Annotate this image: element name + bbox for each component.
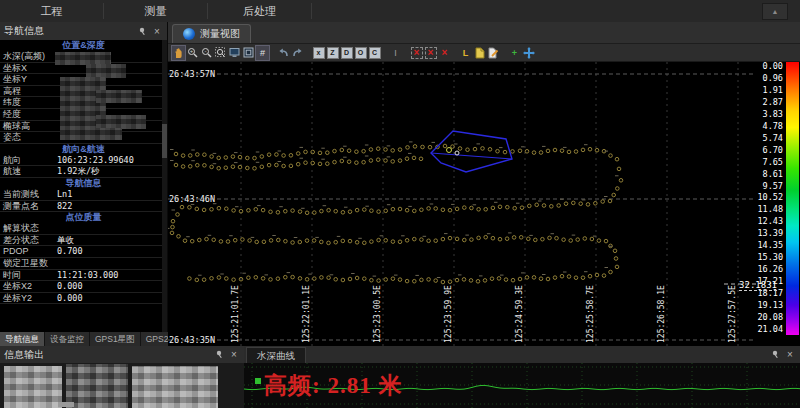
line-l-button-icon[interactable]: L <box>459 46 472 60</box>
marker-c-button-icon[interactable]: C <box>368 46 381 60</box>
sidebar-row: 当前测线Ln1 <box>0 189 167 201</box>
survey-point <box>377 279 381 283</box>
survey-point <box>398 148 402 152</box>
pin-icon[interactable] <box>769 349 781 361</box>
survey-point <box>202 278 206 282</box>
survey-point <box>421 145 425 149</box>
point-label-mark <box>186 236 190 237</box>
survey-view-icon <box>183 28 195 40</box>
marker-x-button-icon[interactable]: x <box>312 46 325 60</box>
survey-point <box>574 276 578 280</box>
tab-survey-view[interactable]: 测量视图 <box>172 24 251 43</box>
survey-point <box>477 236 481 240</box>
survey-point <box>289 154 293 158</box>
move-tool-icon[interactable] <box>522 46 535 60</box>
survey-point <box>312 239 316 243</box>
survey-point <box>398 240 402 244</box>
survey-point <box>518 149 522 153</box>
grid-toggle-icon[interactable]: # <box>256 46 269 60</box>
lon-label: 125:23:00.5E <box>373 285 382 343</box>
add-point-button-icon[interactable]: + <box>508 46 521 60</box>
survey-point <box>391 240 395 244</box>
point-label-mark <box>213 163 217 164</box>
close-icon[interactable]: × <box>151 25 163 37</box>
zoom-in-tool-icon[interactable]: + <box>186 46 199 60</box>
survey-point <box>588 147 592 151</box>
survey-point <box>369 159 373 163</box>
survey-point <box>398 207 402 211</box>
survey-point <box>232 209 236 213</box>
survey-point <box>284 275 288 279</box>
point-label-mark <box>358 238 362 239</box>
close-icon[interactable]: × <box>784 349 796 361</box>
survey-point <box>210 208 214 212</box>
marker-z-button-icon[interactable]: Z <box>326 46 339 60</box>
survey-point <box>238 155 242 159</box>
delete-region-button-icon[interactable]: × <box>424 46 437 60</box>
delete-button-icon[interactable]: × <box>438 46 451 60</box>
survey-point <box>384 278 388 282</box>
redo-button-icon[interactable] <box>291 46 304 60</box>
marker-d-button-icon[interactable]: D <box>340 46 353 60</box>
survey-point <box>196 153 200 157</box>
survey-point <box>311 150 315 154</box>
sidebar-scrollbar[interactable] <box>162 40 167 332</box>
info-scroll-thumb[interactable] <box>58 402 74 407</box>
pin-icon[interactable] <box>136 25 148 37</box>
row-label: 坐标X2 <box>0 281 57 292</box>
point-label-mark <box>251 237 255 238</box>
info-output-panel: 信息输出 × <box>0 346 245 408</box>
point-label-mark <box>408 206 412 207</box>
survey-point <box>604 239 608 243</box>
point-label-mark <box>168 228 170 229</box>
menu-item-3[interactable]: 后处理 <box>208 0 311 22</box>
point-label-mark <box>321 159 325 160</box>
ribbon-collapse-button[interactable]: ▲ <box>762 3 788 20</box>
survey-point <box>448 280 452 284</box>
survey-point <box>483 279 487 283</box>
survey-point <box>181 165 185 169</box>
ibeam-tool-icon[interactable]: I <box>389 46 402 60</box>
delete-select-button-icon[interactable]: × <box>410 46 423 60</box>
zoom-out-tool-icon[interactable]: - <box>200 46 213 60</box>
doc-edit-button-icon[interactable] <box>487 46 500 60</box>
survey-point <box>217 276 221 280</box>
close-icon[interactable]: × <box>228 349 240 361</box>
menu-item-2[interactable]: 测量 <box>104 0 207 22</box>
map-canvas[interactable]: 26:43:57N26:43:46N26:43:35N125:21:01.7E1… <box>168 62 800 346</box>
sidebar-scroll-thumb[interactable] <box>162 124 167 158</box>
tab-depth-curve[interactable]: 水深曲线 <box>246 347 306 363</box>
survey-point <box>282 164 286 168</box>
survey-point <box>277 238 281 242</box>
point-label-mark <box>408 153 412 154</box>
full-extent-tool-icon[interactable] <box>228 46 241 60</box>
section-header: 航向&航速 <box>0 144 167 155</box>
undo-button-icon[interactable] <box>277 46 290 60</box>
marker-o-button-icon[interactable]: O <box>354 46 367 60</box>
survey-point <box>225 277 229 281</box>
survey-point <box>574 150 578 154</box>
pan-hand-tool-icon[interactable] <box>172 46 185 60</box>
survey-point <box>615 157 619 161</box>
survey-point <box>370 209 374 213</box>
menu-item-1[interactable]: 工程 <box>0 0 103 22</box>
survey-point <box>217 156 221 160</box>
sidebar-tab-设备监控[interactable]: 设备监控 <box>45 332 90 346</box>
redacted-value <box>96 115 146 129</box>
point-label-mark <box>229 235 233 236</box>
fit-view-tool-icon[interactable] <box>242 46 255 60</box>
point-label-mark <box>521 146 525 147</box>
sidebar-tab-导航信息[interactable]: 导航信息 <box>0 332 45 346</box>
sidebar-tab-GPS1星图[interactable]: GPS1星图 <box>90 332 141 346</box>
zoom-window-tool-icon[interactable] <box>214 46 227 60</box>
point-label-mark <box>563 147 567 148</box>
survey-point <box>405 279 409 283</box>
survey-point <box>470 206 474 210</box>
survey-point <box>340 148 344 152</box>
survey-point <box>469 279 473 283</box>
survey-point <box>588 274 592 278</box>
survey-point <box>497 277 501 281</box>
pin-icon[interactable] <box>213 349 225 361</box>
doc-button-icon[interactable] <box>473 46 486 60</box>
survey-point <box>564 202 568 206</box>
